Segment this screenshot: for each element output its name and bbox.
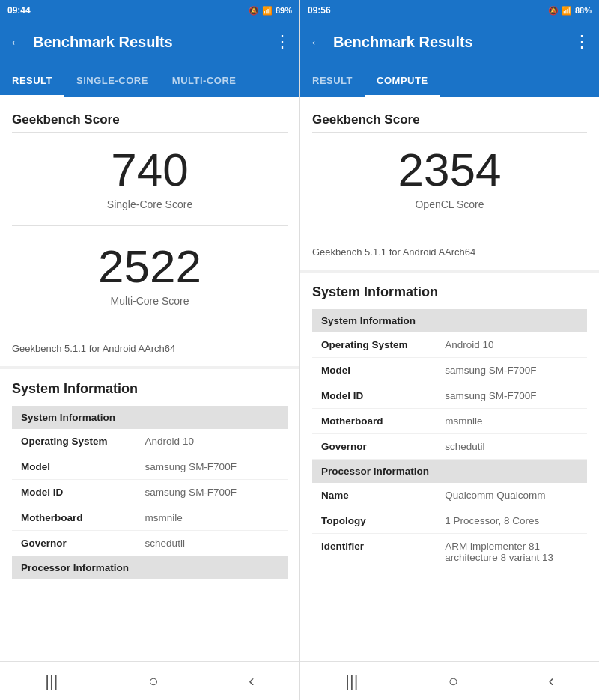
row-identifier-right: Identifier ARM implementer 81 architectu…	[312, 534, 587, 570]
back-button-left[interactable]: ←	[9, 34, 24, 51]
nav-home-left[interactable]: ○	[133, 666, 173, 697]
sys-info-title-right: System Information	[312, 284, 587, 300]
sys-table-left: System Information Operating System Andr…	[12, 406, 288, 579]
opencl-score: 2354	[312, 144, 587, 195]
row-key-motherboard-left: Motherboard	[12, 505, 136, 531]
content-left: Geekbench Score 740 Single-Core Score 25…	[0, 97, 300, 661]
row-val-os-right: Android 10	[436, 332, 587, 358]
single-core-score: 740	[12, 144, 288, 195]
group-header-system-left: System Information	[12, 406, 288, 429]
panel-left: 09:44 🔕 📶 89% ← Benchmark Results ⋮ RESU…	[0, 0, 300, 700]
nav-recent-left[interactable]: |||	[30, 666, 73, 697]
sys-info-left: System Information System Information Op…	[0, 369, 300, 579]
nav-home-right[interactable]: ○	[434, 666, 473, 697]
tab-bar-right: RESULT COMPUTE	[300, 63, 599, 97]
row-val-identifier-right: ARM implementer 81 architecture 8 varian…	[436, 534, 587, 570]
row-val-motherboard-left: msmnile	[136, 505, 288, 531]
tab-result-right[interactable]: RESULT	[300, 75, 365, 97]
row-governor-right: Governor schedutil	[312, 434, 587, 460]
row-key-motherboard-right: Motherboard	[312, 409, 436, 434]
status-time-left: 09:44	[7, 5, 31, 16]
group-header-label-processor-left: Processor Information	[12, 556, 288, 580]
row-val-model-left: samsung SM-F700F	[136, 454, 288, 480]
row-key-governor-right: Governor	[312, 434, 436, 460]
row-model-left: Model samsung SM-F700F	[12, 454, 288, 480]
group-header-processor-left: Processor Information	[12, 556, 288, 580]
score-divider-left	[12, 225, 288, 226]
group-header-label-system-right: System Information	[312, 309, 587, 332]
app-bar-left: ← Benchmark Results ⋮	[0, 21, 300, 63]
row-key-os-left: Operating System	[12, 429, 136, 454]
group-header-system-right: System Information	[312, 309, 587, 332]
row-key-governor-left: Governor	[12, 531, 136, 556]
score-section-left: Geekbench Score 740 Single-Core Score 25…	[0, 97, 300, 337]
status-time-right: 09:56	[308, 5, 331, 16]
row-val-topology-right: 1 Processor, 8 Cores	[436, 508, 587, 534]
battery-left: 89%	[276, 6, 292, 15]
row-name-right: Name Qualcomm Qualcomm	[312, 483, 587, 508]
bottom-nav-right: ||| ○ ‹	[300, 661, 599, 700]
tab-result-left[interactable]: RESULT	[0, 75, 64, 97]
row-governor-left: Governor schedutil	[12, 531, 288, 556]
wifi-icon-left: 📶	[262, 6, 273, 16]
menu-button-left[interactable]: ⋮	[274, 32, 291, 52]
row-key-os-right: Operating System	[312, 332, 436, 358]
status-bar-left: 09:44 🔕 📶 89%	[0, 0, 300, 21]
row-model-right: Model samsung SM-F700F	[312, 358, 587, 383]
group-header-processor-right: Processor Information	[312, 460, 587, 484]
sys-table-right: System Information Operating System Andr…	[312, 309, 587, 570]
status-bar-right: 09:56 🔕 📶 88%	[300, 0, 599, 21]
row-os-left: Operating System Android 10	[12, 429, 288, 454]
geekbench-label-right: Geekbench Score	[312, 112, 587, 133]
tab-bar-left: RESULT SINGLE-CORE MULTI-CORE	[0, 63, 300, 97]
row-key-modelid-right: Model ID	[312, 383, 436, 409]
tab-compute-right[interactable]: COMPUTE	[365, 75, 440, 97]
bottom-nav-left: ||| ○ ‹	[0, 661, 300, 700]
panel-right: 09:56 🔕 📶 88% ← Benchmark Results ⋮ RESU…	[300, 0, 599, 700]
multi-core-label: Multi-Core Score	[12, 295, 288, 307]
opencl-label: OpenCL Score	[312, 198, 587, 210]
row-key-model-right: Model	[312, 358, 436, 383]
row-key-name-right: Name	[312, 483, 436, 508]
version-info-right: Geekbench 5.1.1 for Android AArch64	[300, 240, 599, 273]
signal-icon-right: 🔕	[548, 6, 559, 16]
signal-icon-left: 🔕	[249, 6, 259, 16]
content-right: Geekbench Score 2354 OpenCL Score Geekbe…	[300, 97, 599, 661]
status-icons-right: 🔕 📶 88%	[548, 6, 592, 16]
sys-info-title-left: System Information	[12, 381, 288, 397]
row-modelid-left: Model ID samsung SM-F700F	[12, 480, 288, 505]
group-header-label-processor-right: Processor Information	[312, 460, 587, 484]
row-key-topology-right: Topology	[312, 508, 436, 534]
row-modelid-right: Model ID samsung SM-F700F	[312, 383, 587, 409]
row-os-right: Operating System Android 10	[312, 332, 587, 358]
app-title-left: Benchmark Results	[33, 34, 274, 51]
row-val-governor-left: schedutil	[136, 531, 288, 556]
row-topology-right: Topology 1 Processor, 8 Cores	[312, 508, 587, 534]
tab-single-core[interactable]: SINGLE-CORE	[64, 75, 160, 97]
row-val-governor-right: schedutil	[436, 434, 587, 460]
nav-back-right[interactable]: ‹	[533, 666, 568, 697]
row-motherboard-right: Motherboard msmnile	[312, 409, 587, 434]
version-info-left: Geekbench 5.1.1 for Android AArch64	[0, 337, 300, 369]
status-icons-left: 🔕 📶 89%	[249, 6, 292, 16]
row-key-model-left: Model	[12, 454, 136, 480]
back-button-right[interactable]: ←	[309, 34, 324, 51]
battery-right: 88%	[575, 6, 592, 15]
row-val-motherboard-right: msmnile	[436, 409, 587, 434]
nav-recent-right[interactable]: |||	[330, 666, 373, 697]
app-title-right: Benchmark Results	[333, 34, 574, 51]
sys-info-right: System Information System Information Op…	[300, 273, 599, 570]
row-motherboard-left: Motherboard msmnile	[12, 505, 288, 531]
row-key-modelid-left: Model ID	[12, 480, 136, 505]
single-core-label: Single-Core Score	[12, 198, 288, 210]
row-key-identifier-right: Identifier	[312, 534, 436, 570]
multi-core-score: 2522	[12, 241, 288, 292]
nav-back-left[interactable]: ‹	[234, 666, 269, 697]
app-bar-right: ← Benchmark Results ⋮	[300, 21, 599, 63]
wifi-icon-right: 📶	[562, 6, 572, 16]
tab-multi-core[interactable]: MULTI-CORE	[160, 75, 249, 97]
score-section-right: Geekbench Score 2354 OpenCL Score	[300, 97, 599, 240]
row-val-name-right: Qualcomm Qualcomm	[436, 483, 587, 508]
row-val-model-right: samsung SM-F700F	[436, 358, 587, 383]
menu-button-right[interactable]: ⋮	[574, 32, 590, 52]
